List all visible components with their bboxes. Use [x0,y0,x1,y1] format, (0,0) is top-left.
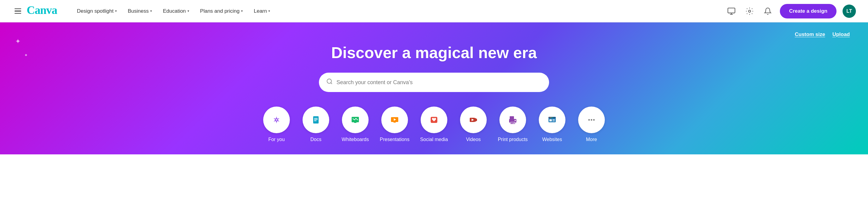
category-icon-docs [303,106,329,133]
svg-point-50 [591,119,592,121]
avatar[interactable]: LT [842,4,856,18]
svg-point-51 [593,119,595,121]
navbar-left: Canva Design spotlight ▾ Business ▾ Educ… [12,3,275,19]
svg-rect-20 [355,122,355,123]
create-design-button[interactable]: Create a design [780,4,837,19]
navbar: Canva Design spotlight ▾ Business ▾ Educ… [0,0,868,22]
bell-icon[interactable] [762,5,774,17]
category-websites[interactable]: Websites [537,106,567,142]
category-label-docs: Docs [310,137,321,142]
canva-logo[interactable]: Canva [27,3,60,19]
chevron-down-icon: ▾ [187,9,189,13]
category-icon-websites [539,106,565,133]
svg-rect-25 [394,122,395,123]
nav-item-education[interactable]: Education ▾ [158,6,194,17]
svg-rect-35 [510,122,515,124]
category-presentations[interactable]: Presentations [379,106,410,142]
svg-point-44 [552,117,552,118]
category-icon-social-media [421,106,447,133]
category-icon-print-products [499,106,526,133]
category-row: For you Docs [255,106,613,142]
category-icon-presentations [381,106,408,133]
svg-point-8 [276,119,277,121]
nav-item-business[interactable]: Business ▾ [123,6,157,17]
svg-rect-37 [511,122,514,123]
svg-point-36 [515,120,516,121]
category-label-print-products: Print products [498,137,528,142]
category-print-products[interactable]: Print products [498,106,528,142]
chevron-down-icon: ▾ [150,9,152,13]
category-more[interactable]: More [576,106,607,142]
nav-item-learn[interactable]: Learn ▾ [249,6,275,17]
svg-rect-45 [549,119,552,121]
svg-point-49 [588,119,590,121]
upload-button[interactable]: Upload [832,31,850,37]
category-icon-whiteboards [342,106,369,133]
search-bar [319,73,549,92]
svg-point-4 [749,10,751,12]
search-icon [326,78,333,87]
category-icon-for-you [263,106,290,133]
category-label-videos: Videos [466,137,481,142]
search-input[interactable] [337,79,542,86]
svg-rect-1 [728,8,735,13]
category-icon-videos [460,106,487,133]
svg-rect-33 [510,116,514,119]
category-label-social-media: Social media [420,137,448,142]
svg-rect-47 [552,121,555,122]
category-whiteboards[interactable]: Whiteboards [340,106,370,142]
hero-section: ✦ ✦ Custom size Upload Discover a magica… [0,22,868,154]
svg-text:Canva: Canva [27,4,58,17]
chevron-down-icon: ▾ [241,9,243,13]
star-decoration-2: ✦ [24,53,28,58]
star-decoration-1: ✦ [15,37,21,45]
svg-line-6 [331,83,332,84]
nav-links: Design spotlight ▾ Business ▾ Education … [72,6,275,17]
category-videos[interactable]: Videos [458,106,489,142]
category-social-media[interactable]: Social media [419,106,449,142]
svg-point-5 [327,79,332,84]
category-label-whiteboards: Whiteboards [342,137,369,142]
chevron-down-icon: ▾ [115,9,117,13]
custom-size-button[interactable]: Custom size [795,31,825,37]
hamburger-menu[interactable] [12,6,24,17]
category-icon-more [578,106,605,133]
category-for-you[interactable]: For you [261,106,292,142]
chevron-down-icon: ▾ [268,9,270,13]
category-label-more: More [586,137,597,142]
nav-item-design-spotlight[interactable]: Design spotlight ▾ [72,6,122,17]
hero-corner-actions: Custom size Upload [795,31,850,37]
svg-rect-38 [511,123,513,124]
category-label-websites: Websites [542,137,562,142]
hero-title: Discover a magical new era [331,43,537,62]
navbar-right: Create a design LT [725,4,856,19]
category-label-presentations: Presentations [380,137,409,142]
category-label-for-you: For you [268,137,285,142]
nav-item-plans-pricing[interactable]: Plans and pricing ▾ [195,6,248,17]
svg-point-42 [549,117,550,118]
svg-point-43 [551,117,551,118]
monitor-icon[interactable] [725,5,738,17]
category-docs[interactable]: Docs [301,106,331,142]
settings-icon[interactable] [744,5,756,17]
svg-rect-46 [552,119,555,120]
